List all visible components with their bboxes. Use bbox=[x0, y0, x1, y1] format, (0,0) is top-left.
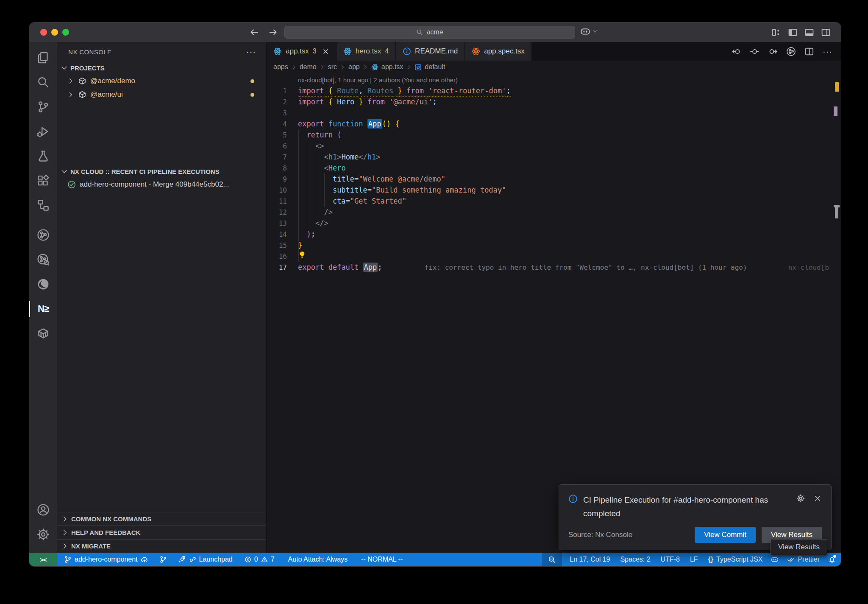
activity-item-search[interactable] bbox=[29, 70, 57, 95]
problems-badge: 4 bbox=[385, 48, 389, 55]
breadcrumb-item[interactable]: src bbox=[328, 63, 337, 71]
code-line: 11 cta="Get Started" bbox=[267, 196, 832, 207]
indentation-item[interactable]: Spaces: 2 bbox=[614, 553, 654, 566]
code-line: 2import { Hero } from '@acme/ui'; bbox=[267, 96, 832, 107]
chevron-right-icon bbox=[67, 91, 74, 98]
breadcrumb-item[interactable]: demo bbox=[300, 63, 317, 71]
cursor-position-item[interactable]: Ln 17, Col 19 bbox=[562, 553, 614, 566]
toggle-panel-icon[interactable] bbox=[804, 28, 814, 37]
breadcrumb-item[interactable]: app.tsx bbox=[381, 63, 403, 71]
line-number: 4 bbox=[267, 120, 287, 128]
nav-back-icon[interactable] bbox=[732, 47, 741, 56]
toggle-secondary-sidebar-icon[interactable] bbox=[821, 28, 831, 37]
activity-item-extensions[interactable] bbox=[29, 168, 57, 193]
activity-item-testing[interactable] bbox=[29, 144, 57, 168]
line-content: cta="Get Started" bbox=[287, 197, 406, 205]
vim-mode-item[interactable]: -- NORMAL -- bbox=[352, 553, 407, 566]
settings-icon bbox=[37, 528, 50, 541]
modified-dot bbox=[250, 93, 254, 97]
maximize-window-button[interactable] bbox=[62, 29, 69, 36]
customize-layout-icon[interactable] bbox=[771, 28, 781, 37]
activity-item-settings[interactable] bbox=[29, 522, 57, 547]
notification-message: CI Pipeline Execution for #add-hero-comp… bbox=[583, 493, 782, 521]
activity-item-edge-browser[interactable] bbox=[29, 272, 57, 296]
activity-item-run-debug[interactable] bbox=[29, 119, 57, 144]
section-common-nx-commands[interactable]: COMMON NX COMMANDS bbox=[57, 512, 266, 526]
pipeline-execution-item[interactable]: add-hero-component - Merge 409b44e5cb02.… bbox=[57, 178, 266, 191]
notification-close-icon[interactable] bbox=[813, 494, 822, 503]
code-line: 9 title="Welcome @acme/demo" bbox=[267, 173, 832, 185]
section-nx-cloud[interactable]: NX CLOUD :: RECENT CI PIPELINE EXECUTION… bbox=[57, 165, 266, 178]
section-projects[interactable]: PROJECTS bbox=[57, 62, 266, 74]
git-graph-item[interactable] bbox=[153, 553, 171, 566]
activity-bar: N≥ bbox=[29, 42, 57, 553]
minimize-window-button[interactable] bbox=[51, 29, 58, 36]
scroll-handle[interactable] bbox=[835, 207, 838, 218]
line-content: title="Welcome @acme/demo" bbox=[287, 175, 445, 183]
activity-item-source-control[interactable] bbox=[29, 95, 57, 119]
tab-app.spec.tsx[interactable]: app.spec.tsx bbox=[465, 42, 531, 61]
breadcrumb-item[interactable]: app bbox=[348, 63, 360, 71]
nx-graph-icon[interactable] bbox=[786, 47, 796, 56]
more-actions-icon[interactable]: ··· bbox=[823, 47, 832, 56]
line-number: 10 bbox=[267, 186, 287, 194]
activity-item-explorer[interactable] bbox=[29, 45, 57, 70]
navigate-back-icon[interactable] bbox=[250, 28, 259, 37]
activity-item-nx-console[interactable]: N≥ bbox=[29, 296, 57, 321]
breadcrumb[interactable]: appsdemosrcappapp.tsxdefault bbox=[267, 61, 841, 73]
encoding-item[interactable]: UTF-8 bbox=[655, 553, 684, 566]
close-tab-icon[interactable] bbox=[322, 48, 329, 55]
section-help-and-feedback[interactable]: HELP AND FEEDBACK bbox=[57, 526, 266, 539]
pipeline-label: add-hero-component - Merge 409b44e5cb02.… bbox=[80, 180, 229, 189]
activity-item-references[interactable] bbox=[29, 193, 57, 218]
activity-item-nx-project-graph[interactable] bbox=[29, 223, 57, 247]
view-commit-button[interactable]: View Commit bbox=[695, 527, 756, 543]
eol-item[interactable]: LF bbox=[684, 553, 702, 566]
activity-item-accounts[interactable] bbox=[29, 498, 57, 522]
command-center-search[interactable]: acme bbox=[284, 26, 575, 39]
nav-current-icon[interactable] bbox=[750, 47, 760, 56]
nav-forward-icon[interactable] bbox=[768, 47, 778, 56]
line-content: } bbox=[287, 241, 302, 249]
publish-cloud-icon bbox=[141, 556, 148, 563]
launchpad-item[interactable]: Launchpad bbox=[171, 553, 237, 566]
branch-status-item[interactable]: add-hero-component bbox=[57, 553, 153, 566]
tab-hero.tsx[interactable]: hero.tsx4 bbox=[337, 42, 395, 61]
auto-attach-item[interactable]: Auto Attach: Always bbox=[279, 553, 352, 566]
chevron-right-icon bbox=[67, 78, 74, 84]
line-content: <> bbox=[287, 142, 324, 150]
line-content: <Hero bbox=[287, 164, 346, 172]
code-editor[interactable]: nx-cloud[bot], 1 hour ago | 2 authors (Y… bbox=[267, 73, 841, 553]
toggle-primary-sidebar-icon[interactable] bbox=[788, 28, 798, 37]
editor-actions: ··· bbox=[732, 42, 841, 61]
zoom-indicator[interactable] bbox=[542, 553, 562, 566]
activity-item-containers[interactable] bbox=[29, 321, 57, 346]
code-line: 13 </> bbox=[267, 218, 832, 229]
remote-indicator[interactable]: >< bbox=[29, 553, 57, 566]
project-item[interactable]: @acme/demo bbox=[57, 74, 266, 88]
code-line: 12 /> bbox=[267, 207, 832, 218]
copilot-menu[interactable] bbox=[580, 26, 598, 36]
notification-settings-icon[interactable] bbox=[796, 494, 805, 503]
split-editor-icon[interactable] bbox=[804, 47, 814, 56]
activity-item-nx-graph-search[interactable] bbox=[29, 247, 57, 272]
code-line: 14 ); bbox=[267, 229, 832, 240]
breadcrumb-item[interactable]: default bbox=[425, 63, 445, 71]
tab-label: app.spec.tsx bbox=[484, 47, 524, 56]
line-content: return ( bbox=[287, 131, 341, 139]
breadcrumb-item[interactable]: apps bbox=[273, 63, 288, 71]
line-number: 7 bbox=[267, 153, 287, 161]
navigate-forward-icon[interactable] bbox=[268, 28, 278, 37]
problems-item[interactable]: 0 7 bbox=[237, 553, 279, 566]
lightbulb-icon[interactable] bbox=[298, 251, 306, 259]
project-item[interactable]: @acme/ui bbox=[57, 88, 266, 101]
tab-README.md[interactable]: README.md bbox=[396, 42, 465, 61]
chevron-down-icon bbox=[592, 28, 598, 34]
language-mode-item[interactable]: {} TypeScript JSX bbox=[702, 553, 767, 566]
more-actions-icon[interactable]: ··· bbox=[246, 47, 256, 57]
tab-app.tsx[interactable]: app.tsx3 bbox=[267, 42, 336, 61]
close-window-button[interactable] bbox=[40, 29, 47, 36]
accounts-icon bbox=[37, 503, 50, 516]
section-nx-migrate[interactable]: NX MIGRATE bbox=[57, 539, 266, 553]
info-icon bbox=[403, 47, 411, 56]
